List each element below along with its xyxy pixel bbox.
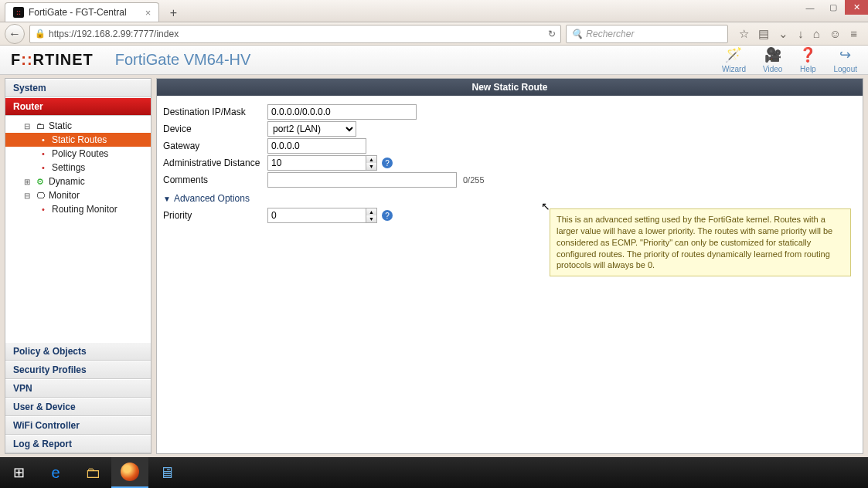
search-icon: 🔍: [571, 29, 583, 39]
app-header: F::RTINET FortiGate VM64-HV 🪄Wizard 🎥Vid…: [0, 46, 868, 75]
browser-search-field[interactable]: 🔍 Rechercher: [566, 25, 728, 43]
tree-dynamic[interactable]: ⊞ ⚙ Dynamic: [5, 175, 151, 188]
device-title: FortiGate VM64-HV: [115, 51, 251, 69]
menu-icon[interactable]: ≡: [850, 27, 857, 41]
reload-icon[interactable]: ↻: [548, 29, 556, 39]
taskbar-ie-button[interactable]: e: [37, 457, 74, 488]
expand-icon[interactable]: ⊞: [24, 178, 32, 186]
tree-static[interactable]: ⊟ 🗀 Static: [5, 119, 151, 133]
label-priority: Priority: [163, 210, 267, 221]
sidebar-section-system[interactable]: System: [5, 79, 151, 97]
spinner-down-icon[interactable]: ▼: [366, 215, 376, 222]
sidebar-section-log[interactable]: Log & Report: [5, 435, 151, 453]
sidebar-section-router[interactable]: Router: [5, 97, 151, 116]
priority-tooltip: This is an advanced setting used by the …: [550, 208, 851, 276]
downloads-icon[interactable]: ↓: [798, 27, 804, 41]
advanced-options-toggle[interactable]: ▼ Advanced Options: [163, 188, 856, 207]
label-admin-distance: Administrative Distance: [163, 158, 267, 168]
comments-input[interactable]: [267, 172, 457, 188]
fortinet-logo: F::RTINET: [11, 51, 94, 69]
lock-icon: 🔒: [35, 29, 46, 39]
destination-input[interactable]: [267, 104, 417, 120]
tree-monitor[interactable]: ⊟ 🖵 Monitor: [5, 188, 151, 202]
video-button[interactable]: 🎥Video: [763, 46, 782, 73]
label-destination: Destination IP/Mask: [163, 107, 267, 117]
tree-routing-monitor[interactable]: • Routing Monitor: [5, 202, 151, 216]
bullet-icon: •: [38, 135, 49, 144]
folder-icon: 🗀: [35, 121, 46, 130]
bullet-icon: •: [38, 149, 49, 158]
sidebar-section-user[interactable]: User & Device: [5, 398, 151, 416]
hello-icon[interactable]: ☺: [829, 27, 841, 41]
tab-title: FortiGate - FGT-Central: [29, 7, 127, 18]
taskbar-firefox-button[interactable]: [111, 457, 148, 488]
url-text: https://192.168.2.99:7777/index: [49, 29, 179, 39]
admin-distance-spinner[interactable]: ▲▼: [366, 155, 377, 171]
pocket-icon[interactable]: ⌄: [778, 27, 788, 41]
main-title: New Static Route: [157, 79, 863, 96]
spinner-up-icon[interactable]: ▲: [366, 208, 376, 215]
help-icon: ❓: [799, 46, 816, 63]
fortigate-favicon-icon: ::: [13, 7, 24, 18]
sidebar: System Router ⊟ 🗀 Static • Static Routes…: [5, 78, 151, 454]
priority-help-icon[interactable]: ?: [382, 210, 393, 221]
sidebar-section-policy[interactable]: Policy & Objects: [5, 342, 151, 361]
admin-distance-input[interactable]: [267, 155, 366, 171]
reader-icon[interactable]: ▤: [758, 27, 769, 41]
new-tab-button[interactable]: +: [164, 5, 182, 22]
admin-distance-help-icon[interactable]: ?: [382, 158, 393, 168]
label-comments: Comments: [163, 175, 267, 185]
monitor-icon: 🖵: [35, 191, 46, 200]
router-tree: ⊟ 🗀 Static • Static Routes • Policy Rout…: [5, 116, 151, 342]
window-minimize-button[interactable]: —: [798, 0, 822, 15]
sidebar-section-vpn[interactable]: VPN: [5, 379, 151, 398]
label-device: Device: [163, 124, 267, 134]
priority-input[interactable]: [267, 208, 366, 223]
browser-url-bar: ← 🔒 https://192.168.2.99:7777/index ↻ 🔍 …: [0, 22, 868, 46]
gear-green-icon: ⚙: [35, 177, 46, 186]
collapse-icon[interactable]: ⊟: [24, 191, 32, 200]
browser-tab[interactable]: :: FortiGate - FGT-Central ×: [5, 2, 159, 22]
search-placeholder: Rechercher: [586, 29, 634, 39]
gateway-input[interactable]: [267, 138, 366, 154]
main-panel: New Static Route Destination IP/Mask Dev…: [156, 78, 863, 454]
tab-close-icon[interactable]: ×: [145, 7, 151, 19]
taskbar-explorer-button[interactable]: 🗀: [74, 457, 111, 488]
start-button[interactable]: ⊞: [0, 457, 37, 488]
window-maximize-button[interactable]: ▢: [822, 0, 845, 15]
firefox-icon: [121, 463, 139, 481]
bullet-icon: •: [38, 205, 49, 214]
collapse-icon[interactable]: ⊟: [24, 122, 32, 130]
taskbar-hyperv-button[interactable]: 🖥: [148, 457, 186, 488]
help-button[interactable]: ❓Help: [799, 46, 816, 73]
bookmark-star-icon[interactable]: ☆: [739, 27, 749, 41]
browser-tab-bar: :: FortiGate - FGT-Central × +: [0, 0, 868, 22]
window-close-button[interactable]: ✕: [845, 0, 868, 15]
spinner-down-icon[interactable]: ▼: [366, 163, 376, 170]
triangle-down-icon: ▼: [163, 195, 171, 203]
comments-char-count: 0/255: [463, 175, 485, 185]
home-icon[interactable]: ⌂: [813, 27, 820, 41]
wizard-icon: 🪄: [725, 46, 742, 63]
windows-taskbar: ⊞ e 🗀 🖥: [0, 457, 868, 488]
nav-back-button[interactable]: ←: [5, 24, 25, 44]
wizard-button[interactable]: 🪄Wizard: [722, 46, 746, 73]
logout-icon: ↪: [839, 46, 851, 63]
tree-settings[interactable]: • Settings: [5, 161, 151, 175]
spinner-up-icon[interactable]: ▲: [366, 156, 376, 163]
logout-button[interactable]: ↪Logout: [833, 46, 857, 73]
sidebar-section-wifi[interactable]: WiFi Controller: [5, 416, 151, 435]
device-select[interactable]: port2 (LAN): [267, 121, 356, 137]
label-gateway: Gateway: [163, 141, 267, 151]
sidebar-section-security[interactable]: Security Profiles: [5, 361, 151, 379]
tree-static-routes[interactable]: • Static Routes: [5, 133, 151, 147]
video-icon: 🎥: [764, 46, 781, 63]
url-field[interactable]: 🔒 https://192.168.2.99:7777/index ↻: [29, 25, 561, 43]
bullet-icon: •: [38, 163, 49, 172]
priority-spinner[interactable]: ▲▼: [366, 208, 377, 223]
tree-policy-routes[interactable]: • Policy Routes: [5, 147, 151, 161]
